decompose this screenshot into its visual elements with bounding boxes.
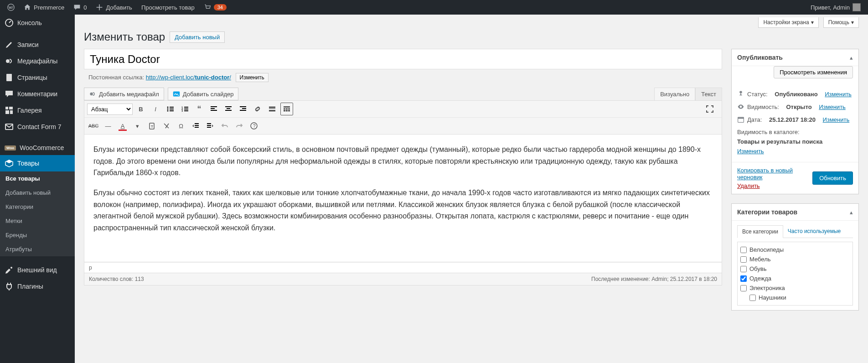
submenu-tags[interactable]: Метки <box>0 214 75 228</box>
svg-rect-38 <box>286 109 288 109</box>
category-item[interactable]: Наушники <box>740 293 850 302</box>
menu-posts[interactable]: Записи <box>0 36 75 53</box>
align-center-button[interactable] <box>222 103 235 115</box>
svg-point-14 <box>167 109 169 110</box>
menu-comments[interactable]: Комментарии <box>0 86 75 102</box>
product-title-input[interactable] <box>84 49 722 69</box>
help-toggle[interactable]: Помощь ▾ <box>823 17 859 28</box>
categories-header: Категории товаров <box>737 208 797 216</box>
calendar-icon <box>737 116 744 123</box>
screen-options-toggle[interactable]: Настройки экрана ▾ <box>758 17 818 28</box>
undo-button[interactable] <box>218 119 231 132</box>
menu-dashboard[interactable]: Консоль <box>0 15 75 31</box>
add-new-button[interactable]: Добавить новый <box>170 31 225 43</box>
update-button[interactable]: Обновить <box>812 171 853 185</box>
align-left-button[interactable] <box>207 103 220 115</box>
category-checkbox[interactable] <box>749 295 756 301</box>
editor-content[interactable]: Блузы исторически представляют собой бок… <box>84 135 722 262</box>
special-char-button[interactable]: Ω <box>175 119 187 132</box>
svg-rect-50 <box>207 127 211 128</box>
quote-button[interactable]: “ <box>193 103 206 115</box>
text-tab[interactable]: Текст <box>695 88 722 100</box>
wp-logo[interactable] <box>4 0 18 15</box>
edit-catalog-visibility-link[interactable]: Изменить <box>737 148 764 155</box>
publish-box: Опубликовать ▴ Просмотреть изменения Ста… <box>731 49 859 194</box>
greeting[interactable]: Привет, Admin <box>807 0 864 15</box>
align-right-button[interactable] <box>237 103 249 115</box>
preview-changes-button[interactable]: Просмотреть изменения <box>774 66 853 78</box>
help-button[interactable]: ? <box>248 119 260 132</box>
link-button[interactable] <box>251 103 264 115</box>
outdent-button[interactable] <box>189 119 202 132</box>
menu-plugins[interactable]: Плагины <box>0 278 75 295</box>
visual-tab[interactable]: Визуально <box>654 88 695 100</box>
menu-media[interactable]: Медиафайлы <box>0 53 75 69</box>
redo-button[interactable] <box>233 119 246 132</box>
color-picker-button[interactable]: ▾ <box>131 119 144 132</box>
cat-tab-all[interactable]: Все категории <box>737 225 783 238</box>
edit-visibility-link[interactable]: Изменить <box>819 104 846 110</box>
category-item[interactable]: Одежда <box>740 274 850 283</box>
fullscreen-button[interactable] <box>703 103 716 115</box>
text-color-button[interactable]: A <box>116 119 129 132</box>
copy-draft-link[interactable]: Копировать в новый черновик <box>737 167 793 181</box>
submenu-attributes[interactable]: Атрибуты <box>0 242 75 256</box>
permalink-link[interactable]: http://wp-client.loc/tunic-doctor/ <box>146 74 231 81</box>
edit-slug-button[interactable]: Изменить <box>236 73 269 82</box>
category-checkbox[interactable] <box>740 275 747 282</box>
category-label: Электроника <box>749 285 785 291</box>
add-new-link[interactable]: Добавить <box>92 0 135 15</box>
category-list: ВелосипедыМебельОбувьОдеждаЭлектроникаНа… <box>737 242 853 306</box>
view-product-link[interactable]: Просмотреть товар <box>138 0 198 15</box>
site-name[interactable]: Premmerce <box>20 0 68 15</box>
submenu-categories[interactable]: Категории <box>0 200 75 214</box>
indent-button[interactable] <box>204 119 217 132</box>
add-media-button[interactable]: Добавить медиафайл <box>84 88 164 100</box>
paste-text-button[interactable]: T <box>145 119 158 132</box>
menu-appearance[interactable]: Внешний вид <box>0 262 75 278</box>
svg-rect-40 <box>284 110 285 111</box>
format-select[interactable]: Абзац <box>87 104 133 115</box>
trash-link[interactable]: Удалить <box>737 182 760 189</box>
submenu-brands[interactable]: Бренды <box>0 228 75 242</box>
more-button[interactable] <box>266 103 279 115</box>
bold-button[interactable]: B <box>134 103 147 115</box>
menu-products[interactable]: Товары <box>0 155 75 171</box>
category-checkbox[interactable] <box>740 285 747 291</box>
svg-rect-6 <box>5 110 9 114</box>
toggle-categories-box[interactable]: ▴ <box>850 209 853 216</box>
edit-status-link[interactable]: Изменить <box>825 91 852 98</box>
svg-rect-21 <box>184 109 188 109</box>
menu-pages[interactable]: Страницы <box>0 69 75 86</box>
add-slider-button[interactable]: Добавить слайдер <box>168 88 239 100</box>
cat-tab-used[interactable]: Часто используемые <box>783 225 845 238</box>
category-item[interactable]: Электроника <box>740 283 850 293</box>
category-item[interactable]: Мебель <box>740 254 850 264</box>
svg-rect-25 <box>211 108 215 109</box>
svg-rect-33 <box>269 107 275 108</box>
submenu-all-products[interactable]: Все товары <box>0 171 75 186</box>
menu-gallery[interactable]: Галерея <box>0 102 75 119</box>
svg-rect-17 <box>170 110 174 111</box>
category-checkbox[interactable] <box>740 266 747 272</box>
hr-button[interactable]: — <box>102 119 114 132</box>
category-item[interactable]: Велосипеды <box>740 245 850 254</box>
italic-button[interactable]: I <box>149 103 162 115</box>
category-checkbox[interactable] <box>740 247 747 253</box>
ol-button[interactable]: 123 <box>178 103 191 115</box>
svg-rect-47 <box>195 127 199 128</box>
toggle-publish-box[interactable]: ▴ <box>850 54 853 61</box>
category-item[interactable]: Обувь <box>740 264 850 274</box>
page-title: Изменить товар <box>84 31 165 43</box>
ul-button[interactable] <box>164 103 176 115</box>
menu-woocommerce[interactable]: WooWooCommerce <box>0 140 75 155</box>
edit-date-link[interactable]: Изменить <box>823 116 850 123</box>
cart-notif[interactable]: 34 <box>200 0 230 15</box>
submenu-add-new[interactable]: Добавить новый <box>0 186 75 200</box>
comments-link[interactable]: 0 <box>70 0 90 15</box>
toolbar-toggle-button[interactable] <box>280 103 293 115</box>
clear-format-button[interactable] <box>160 119 173 132</box>
category-checkbox[interactable] <box>740 256 747 263</box>
menu-cf7[interactable]: Contact Form 7 <box>0 119 75 135</box>
strike-button[interactable]: ABC <box>87 119 100 132</box>
